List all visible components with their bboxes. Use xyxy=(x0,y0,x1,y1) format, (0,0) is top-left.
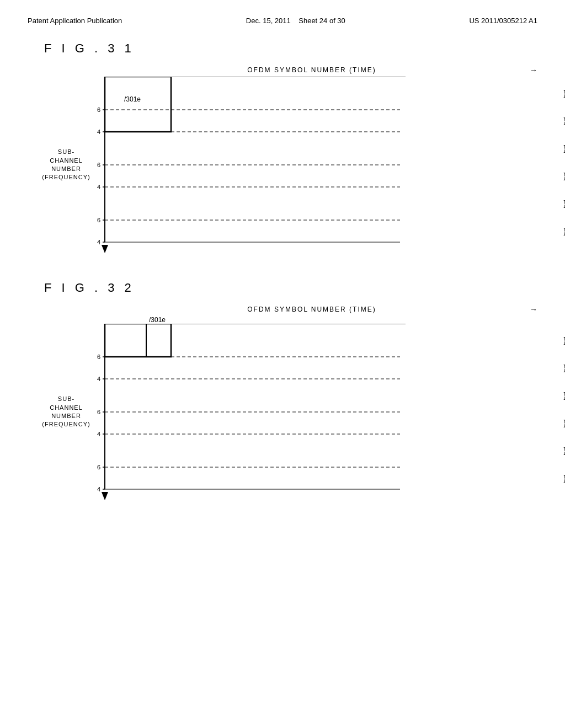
fig32-chart-area: SUB-CHANNEL NUMBER (FREQUENCY) xyxy=(44,324,537,500)
fig32-chart-box: 6 4 6 4 6 4 xyxy=(88,324,537,500)
fig31-y-axis-label: SUB-CHANNEL NUMBER (FREQUENCY) xyxy=(44,77,88,253)
fig32-tick-4a: 4 xyxy=(97,376,100,382)
header-right: US 2011/0305212 A1 xyxy=(469,17,537,25)
fig31-tick-6c: 6 xyxy=(97,217,100,223)
page: Patent Application Publication Dec. 15, … xyxy=(0,0,565,728)
fig31-x-axis-label: OFDM SYMBOL NUMBER (TIME) xyxy=(105,66,530,74)
fig32-x-arrow-icon: → xyxy=(530,305,537,314)
fig31-tick-4b: 4 xyxy=(97,184,100,190)
fig31-tick-6b: 6 xyxy=(97,162,100,168)
fig32-tick-6a: 6 xyxy=(97,354,100,360)
fig32-section: F I G . 3 2 OFDM SYMBOL NUMBER (TIME) → … xyxy=(28,281,537,500)
fig31-section: F I G . 3 1 OFDM SYMBOL NUMBER (TIME) → … xyxy=(28,41,537,253)
fig32-tick-4b: 4 xyxy=(97,431,100,437)
fig31-diagram: OFDM SYMBOL NUMBER (TIME) → SUB-CHANNEL … xyxy=(44,66,537,253)
header-left: Patent Application Publication xyxy=(28,17,122,25)
fig32-y-axis-label: SUB-CHANNEL NUMBER (FREQUENCY) xyxy=(44,324,88,500)
fig31-tick-4a: 4 xyxy=(97,129,100,135)
fig32-svg: 6 4 6 4 6 4 xyxy=(88,324,419,500)
fig31-title: F I G . 3 1 xyxy=(44,41,537,56)
svg-rect-30 xyxy=(105,324,146,357)
svg-rect-14 xyxy=(105,77,171,132)
page-header: Patent Application Publication Dec. 15, … xyxy=(28,17,537,25)
fig32-tick-4c: 4 xyxy=(97,486,100,493)
fig32-y-arrow-icon xyxy=(102,492,108,500)
fig32-title: F I G . 3 2 xyxy=(44,281,537,295)
fig32-x-axis-label: OFDM SYMBOL NUMBER (TIME) xyxy=(105,306,530,313)
fig32-label-301e-above: /301e xyxy=(149,316,537,324)
fig31-svg: 6 4 6 4 6 4 xyxy=(88,77,419,253)
fig32-tick-6c: 6 xyxy=(97,464,100,470)
fig31-tick-6a: 6 xyxy=(97,106,100,113)
fig32-tick-6b: 6 xyxy=(97,409,100,415)
fig32-diagram: OFDM SYMBOL NUMBER (TIME) → /301e SUB-CH… xyxy=(44,305,537,500)
fig31-tick-4c: 4 xyxy=(97,239,100,245)
fig31-chart-box: 6 4 6 4 6 4 xyxy=(88,77,537,253)
fig31-label-301e: /301e xyxy=(124,95,141,103)
svg-rect-29 xyxy=(105,324,171,357)
fig31-y-arrow-icon xyxy=(102,245,108,253)
fig31-x-arrow-icon: → xyxy=(530,66,537,74)
fig31-chart-area: SUB-CHANNEL NUMBER (FREQUENCY) xyxy=(44,77,537,253)
header-center: Dec. 15, 2011 Sheet 24 of 30 xyxy=(246,17,345,25)
